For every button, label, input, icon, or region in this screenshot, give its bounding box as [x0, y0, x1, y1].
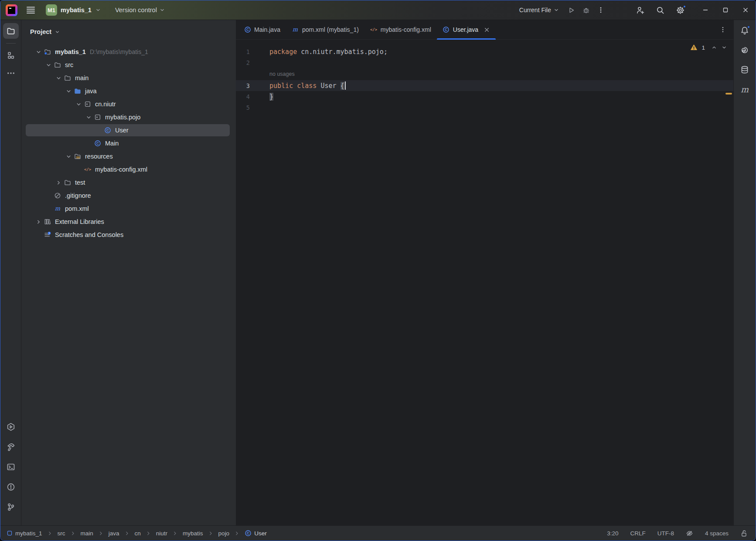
window-minimize-button[interactable] — [695, 0, 715, 20]
tree-row-java[interactable]: java — [21, 85, 236, 98]
tool-window-button-terminal[interactable] — [3, 459, 19, 475]
chevron-down-icon[interactable] — [54, 73, 63, 83]
tree-row-main[interactable]: main — [21, 71, 236, 85]
chevron-down-icon — [553, 7, 559, 13]
tree-row-mybatis-pojo[interactable]: mybatis.pojo — [21, 111, 236, 124]
left-tool-window-stripe — [0, 20, 21, 525]
line-number[interactable]: 3 — [236, 82, 250, 89]
code-line-2[interactable]: 2 — [236, 57, 733, 68]
chevron-down-icon[interactable] — [64, 152, 73, 161]
status-widget-indent-style[interactable]: 4 spaces — [705, 530, 729, 537]
status-widget-encoding[interactable]: UTF-8 — [657, 530, 674, 537]
more-actions-icon[interactable] — [593, 3, 608, 17]
run-icon[interactable] — [564, 3, 579, 17]
tree-row-scratches-and-consoles[interactable]: Scratches and Consoles — [21, 228, 236, 241]
status-widget-caret-position[interactable]: 3:20 — [607, 530, 618, 537]
chevron-right-icon[interactable] — [34, 217, 43, 227]
main-menu-icon[interactable] — [26, 6, 35, 14]
tree-row-user[interactable]: CUser — [21, 124, 236, 137]
chevron-down-icon[interactable] — [44, 60, 53, 70]
tool-window-button-more-tool-windows[interactable] — [3, 65, 19, 81]
run-configuration-selector[interactable]: Current File — [519, 7, 559, 14]
breadcrumb-item-niutr[interactable]: niutr — [156, 530, 167, 537]
tool-window-button-problems[interactable] — [3, 479, 19, 495]
breadcrumb-item-src[interactable]: src — [58, 530, 65, 537]
code-editor[interactable]: 1package cn.niutr.mybatis.pojo;2no usage… — [236, 40, 733, 525]
project-widget[interactable]: M1 mybatis_1 — [46, 4, 101, 16]
breadcrumb-item-user[interactable]: CUser — [245, 530, 267, 537]
breadcrumb-label: User — [254, 530, 267, 537]
breadcrumb-label: mybatis_1 — [15, 530, 42, 537]
status-widget-highlighting-status[interactable] — [686, 530, 693, 537]
chevron-down-icon[interactable] — [84, 112, 93, 122]
tool-window-button-database[interactable] — [737, 62, 753, 78]
chevron-down-icon[interactable] — [74, 99, 83, 109]
code-line-5[interactable]: 5 — [236, 102, 733, 113]
code-with-me-icon[interactable] — [633, 3, 647, 17]
close-icon[interactable] — [484, 27, 490, 33]
code-line-4[interactable]: 4} — [236, 91, 733, 102]
line-number[interactable]: 2 — [236, 59, 250, 66]
editor-tab-pom-xml-mybatis-1-[interactable]: mpom.xml (mybatis_1) — [286, 20, 364, 39]
chevron-right-icon[interactable] — [54, 178, 63, 187]
status-widget-file-writable[interactable] — [740, 530, 748, 537]
breadcrumb-item-mybatis[interactable]: mybatis — [183, 530, 203, 537]
line-number[interactable]: 1 — [236, 48, 250, 55]
tree-row-src[interactable]: src — [21, 58, 236, 71]
tool-window-button-maven-tool[interactable]: m — [737, 81, 753, 97]
tool-window-button-structure[interactable] — [3, 47, 19, 63]
main-area: Project mybatis_1D:\mybatis\mybatis_1src… — [0, 20, 756, 525]
breadcrumb-item-java[interactable]: java — [109, 530, 119, 537]
tool-window-button-notifications[interactable] — [737, 23, 753, 38]
previous-problem-icon[interactable] — [711, 44, 717, 51]
scrollbar-warning-mark[interactable] — [725, 93, 732, 95]
tree-row-mybatis-config-xml[interactable]: </>mybatis-config.xml — [21, 163, 236, 176]
tab-options-kebab-icon[interactable] — [719, 26, 726, 33]
tool-window-button-build[interactable] — [3, 439, 19, 455]
tree-row-mybatis-1[interactable]: mybatis_1D:\mybatis\mybatis_1 — [21, 45, 236, 58]
debug-icon[interactable] — [579, 3, 593, 17]
editor-tab-main-java[interactable]: CMain.java — [238, 20, 286, 39]
status-widget-line-separator[interactable]: CRLF — [630, 530, 645, 537]
usages-inlay-hint[interactable]: no usages — [269, 71, 295, 77]
window-maximize-button[interactable] — [715, 0, 736, 20]
class-icon: C — [244, 26, 251, 34]
editor-tab-mybatis-config-xml[interactable]: </>mybatis-config.xml — [364, 20, 437, 39]
tool-window-button-services[interactable] — [3, 419, 19, 435]
tree-row-pom-xml[interactable]: mpom.xml — [21, 202, 236, 215]
breadcrumb-item-main[interactable]: main — [81, 530, 93, 537]
vcs-widget[interactable]: Version control — [115, 7, 165, 14]
breadcrumb-item-pojo[interactable]: pojo — [218, 530, 230, 537]
search-everywhere-icon[interactable] — [653, 3, 667, 17]
project-panel-header[interactable]: Project — [21, 22, 236, 42]
tree-row-test[interactable]: test — [21, 176, 236, 189]
code-line-1[interactable]: 1package cn.niutr.mybatis.pojo; — [236, 46, 733, 57]
breadcrumb-item-cn[interactable]: cn — [135, 530, 141, 537]
code-line-3[interactable]: 3public class User { — [236, 80, 733, 91]
tree-item-label: External Libraries — [55, 218, 104, 225]
tree-row--gitignore[interactable]: .gitignore — [21, 189, 236, 202]
window-close-button[interactable] — [736, 0, 756, 20]
breadcrumb-item-mybatis-1[interactable]: mybatis_1 — [7, 530, 42, 537]
tree-row-cn-niutr[interactable]: cn.niutr — [21, 98, 236, 111]
inspection-widget[interactable]: 1 — [690, 43, 727, 52]
chevron-placeholder — [84, 139, 93, 148]
breadcrumb-label: main — [81, 530, 93, 537]
tool-window-button-ai-assistant[interactable] — [737, 42, 753, 58]
line-number[interactable]: 5 — [236, 104, 250, 111]
editor-tab-user-java[interactable]: CUser.java — [437, 20, 496, 39]
line-number[interactable]: 4 — [236, 93, 250, 100]
chevron-down-icon[interactable] — [34, 47, 43, 57]
tool-window-button-version-control[interactable] — [3, 499, 19, 515]
chevron-down-icon[interactable] — [64, 86, 73, 96]
tree-row-external-libraries[interactable]: External Libraries — [21, 215, 236, 228]
next-problem-icon[interactable] — [721, 44, 727, 51]
tool-window-button-project-folder-stripe[interactable] — [3, 23, 19, 39]
tree-row-resources[interactable]: resources — [21, 150, 236, 163]
folder-icon — [53, 61, 62, 69]
text-caret — [345, 81, 346, 90]
token-plain: cn.niutr.mybatis.pojo; — [297, 48, 388, 56]
settings-gear-icon[interactable] — [673, 3, 688, 17]
svg-text:C: C — [96, 141, 99, 145]
tree-row-main[interactable]: CMain — [21, 137, 236, 150]
